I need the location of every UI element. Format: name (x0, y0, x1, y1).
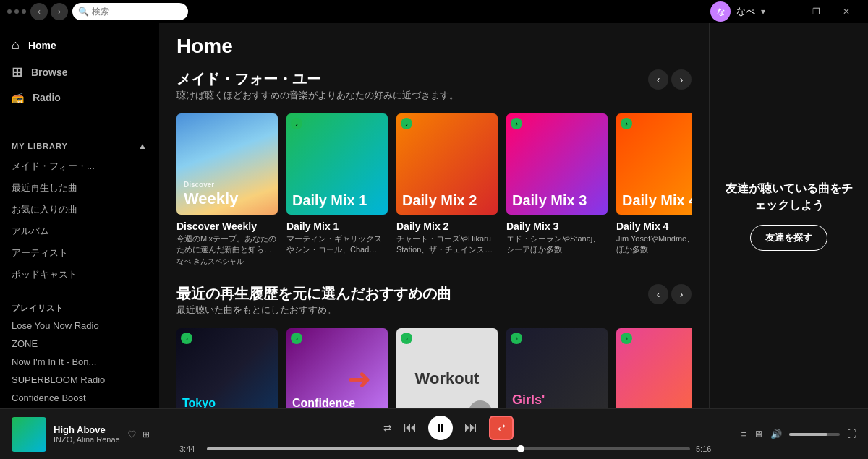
playlist-card[interactable]: ♪ Workout ▶ ♡ ⋯ ▶ Workout Pop hits to ke… (396, 328, 498, 408)
player-buttons: ⇄ ⏮ ⏸ ⏭ ⇄ (383, 416, 514, 440)
sidebar-item-label: Browse (31, 67, 68, 78)
radio-icon: 📻 (12, 92, 24, 103)
cards-row-2: ♪ TokyoClub Beat ▶ Tokyo Club Beat トウキョウ… (176, 328, 692, 408)
playlist-card[interactable]: ♪ Daily Mix 1 ▶ Daily Mix 1 マーティン・ギャリックス… (286, 113, 388, 267)
volume-bar[interactable] (789, 433, 840, 436)
card-title: Daily Mix 3 (506, 220, 608, 232)
playlist-card[interactable]: ♪ Girls'Night ▶ Girls' Night It's all ab… (506, 328, 608, 408)
player-right: ≡ 🖥 🔊 ⛶ (726, 429, 856, 439)
library-item[interactable]: お気に入りの曲 (0, 199, 159, 220)
title-bar-left: ‹ › 🔍 (7, 3, 188, 20)
sidebar-item-browse[interactable]: ⊞ Browse (0, 59, 159, 86)
sidebar-item-radio[interactable]: 📻 Radio (0, 86, 159, 109)
playlist-card[interactable]: ♪ TokyoClub Beat ▶ Tokyo Club Beat トウキョウ… (176, 328, 278, 408)
search-input[interactable] (92, 7, 182, 17)
sidebar-playlist-item[interactable]: Lose You Now Radio (0, 317, 159, 335)
card-image: ♪ Daily Mix 2 ▶ (396, 113, 498, 215)
card-tag: なべ きんスペシャル (176, 257, 278, 267)
fullscreen-icon[interactable]: ⛶ (847, 429, 856, 439)
sidebar-playlist-item[interactable]: ZONE (0, 335, 159, 353)
queue-icon[interactable]: ≡ (741, 429, 746, 439)
minimize-button[interactable]: — (771, 1, 800, 22)
track-info: High Above INZO, Alina Renae (54, 424, 120, 444)
playlist-card[interactable]: ♪ Daily Mix 2 ▶ Daily Mix 2 チャート・コーズやHik… (396, 113, 498, 267)
card-description: エド・シーランやStanaj、シーアほか多数 (506, 233, 608, 255)
card-description: チャート・コーズやHikaru Station、ザ・チェインスモーカーズほか多数 (396, 233, 498, 255)
section-nav: ‹ › (648, 69, 692, 90)
forward-button[interactable]: › (51, 3, 68, 20)
card-image: ♪ Workout ▶ ♡ ⋯ ▶ (396, 328, 498, 408)
prev-button[interactable]: ‹ (648, 69, 668, 90)
playlist-card[interactable]: ♪ Daily Mix 4 ▶ Daily Mix 4 Jim YosefやMi… (616, 113, 692, 267)
search-bar[interactable]: 🔍 (72, 3, 188, 20)
section-header-2: 最近の再生履歴を元に選んだおすすめの曲 最近聴いた曲をもとにしたおすすめ。 ‹ … (176, 284, 692, 324)
library-item[interactable]: メイド・フォー・... (0, 155, 159, 177)
card-title: Daily Mix 2 (396, 220, 498, 232)
previous-button[interactable]: ⏮ (404, 420, 417, 435)
shuffle-button[interactable]: ⇄ (383, 422, 392, 434)
close-button[interactable]: ✕ (832, 1, 861, 22)
track-actions: ♡ ⊞ (127, 429, 150, 440)
library-item[interactable]: アーティスト (0, 242, 159, 264)
sidebar-playlist-item[interactable]: SUPERBLOOM Radio (0, 371, 159, 389)
sidebar-item-label: Radio (33, 92, 61, 103)
sidebar-item-home[interactable]: ⌂ Home (0, 32, 159, 59)
add-icon[interactable]: ⊞ (142, 429, 150, 439)
maximize-button[interactable]: ❐ (801, 1, 830, 22)
find-friends-button[interactable]: 友達を探す (750, 225, 827, 251)
library-item[interactable]: ポッドキャスト (0, 264, 159, 286)
card-image: ♪ Girls'Night ▶ (506, 328, 608, 408)
card-title: Daily Mix 1 (286, 220, 388, 232)
card-image: ♪ Cardio ▶ (616, 328, 692, 408)
progress-bar[interactable] (207, 447, 690, 450)
time-total: 5:16 (696, 445, 718, 453)
recent-section: 最近の再生履歴を元に選んだおすすめの曲 最近聴いた曲をもとにしたおすすめ。 ‹ … (176, 284, 692, 408)
right-panel: 友達が聴いている曲をチェックしよう 友達を探す (709, 23, 868, 408)
made-for-you-section: メイド・フォー・ユー 聴けば聴くほどおすすめの音楽がよりあなたの好みに近づきます… (176, 69, 692, 267)
playlist-section: プレイリスト Lose You Now RadioZONENow I'm In … (0, 297, 159, 408)
section-header: メイド・フォー・ユー 聴けば聴くほどおすすめの音楽がよりあなたの好みに近づきます… (176, 69, 692, 109)
chevron-down-icon[interactable]: ▾ (761, 7, 765, 17)
shuffle-active-button[interactable]: ⇄ (489, 416, 514, 440)
prev-button-2[interactable]: ‹ (648, 284, 668, 304)
menu-dot (22, 9, 26, 14)
heart-icon[interactable]: ♡ (127, 429, 137, 440)
library-item[interactable]: アルバム (0, 220, 159, 242)
next-button[interactable]: ⏭ (464, 420, 477, 435)
section-title: メイド・フォー・ユー (176, 69, 459, 89)
track-thumbnail (12, 417, 46, 452)
volume-icon[interactable]: 🔊 (770, 429, 782, 439)
card-image: ♪ Daily Mix 3 ▶ (506, 113, 608, 215)
device-icon[interactable]: 🖥 (754, 429, 763, 439)
app-body: ⌂ Home ⊞ Browse 📻 Radio MY LIBRARY ▲ メイド… (0, 23, 868, 408)
sidebar-playlist-item[interactable]: Now I'm In It - Bon... (0, 353, 159, 371)
playlist-card[interactable]: ♪ ConfidenceBoost ▶ Confidence Boost You… (286, 328, 388, 408)
next-button[interactable]: › (671, 69, 692, 90)
card-description: 今週のMixテープ。あなたのために選んだ新曲と知られる名曲の数々をお楽しみくださ… (176, 233, 278, 255)
playlist-card[interactable]: ♪ Cardio ▶ Cardio Upbeat dance pop to ke… (616, 328, 692, 408)
playlists-header: プレイリスト (0, 297, 159, 317)
track-artist: INZO, Alina Renae (54, 435, 120, 444)
playlist-items: Lose You Now RadioZONENow I'm In It - Bo… (0, 317, 159, 408)
card-title: Discover Weekly (176, 220, 278, 232)
sidebar-nav: ⌂ Home ⊞ Browse 📻 Radio (0, 23, 159, 118)
sidebar: ⌂ Home ⊞ Browse 📻 Radio MY LIBRARY ▲ メイド… (0, 23, 159, 408)
sidebar-playlist-item[interactable]: Confidence Boost (0, 389, 159, 407)
card-image: ♪ Daily Mix 4 ▶ (616, 113, 692, 215)
card-image: Discover Weekly ▶ (176, 113, 278, 215)
pause-button[interactable]: ⏸ (428, 416, 453, 440)
nav-back-forward: ‹ › (30, 3, 68, 20)
next-button-2[interactable]: › (671, 284, 692, 304)
card-description: マーティン・ギャリックスやシン・コール、Chad Cooperほか多数 (286, 233, 388, 255)
library-item[interactable]: 最近再生した曲 (0, 177, 159, 199)
player-progress: 3:44 5:16 (179, 445, 718, 453)
menu-dot (14, 9, 19, 14)
playlist-card[interactable]: Discover Weekly ▶ Discover Weekly 今週のMix… (176, 113, 278, 267)
playlist-card[interactable]: ♪ Daily Mix 3 ▶ Daily Mix 3 エド・シーランやStan… (506, 113, 608, 267)
title-bar-dots (7, 9, 26, 14)
cards-row-1: Discover Weekly ▶ Discover Weekly 今週のMix… (176, 113, 692, 267)
track-title: High Above (54, 424, 120, 435)
chevron-up-icon[interactable]: ▲ (138, 141, 148, 151)
back-button[interactable]: ‹ (30, 3, 48, 20)
progress-dot (517, 445, 524, 452)
